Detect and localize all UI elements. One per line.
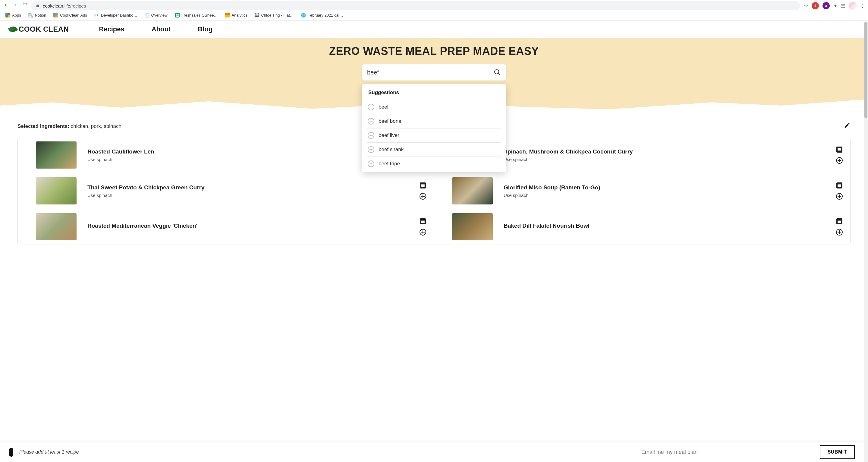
recipe-thumb: [452, 213, 493, 240]
plus-icon: [420, 229, 426, 235]
bookmark-chloe-ting[interactable]: 🖼Chloe Ting - Flat…: [254, 13, 293, 18]
recipe-card: Roasted Mediterranean Veggie 'Chicken': [18, 209, 434, 245]
recipe-details-button[interactable]: [836, 218, 843, 225]
plus-icon: [836, 193, 843, 200]
selected-label: Selected ingredients:: [18, 123, 69, 129]
reading-list-icon[interactable]: ☰: [841, 3, 845, 9]
bookmark-cookclean-ads[interactable]: CookClean Ads: [53, 13, 87, 18]
recipe-subtitle: Use spinach: [504, 157, 825, 162]
kebab-menu-icon[interactable]: ⋮: [860, 3, 865, 9]
extension-badge-1[interactable]: 1: [812, 2, 819, 9]
pencil-icon: [844, 122, 850, 129]
plus-icon: [836, 157, 843, 164]
suggestion-item[interactable]: beef shank: [367, 142, 501, 156]
recipe-details-button[interactable]: [419, 218, 427, 225]
reload-button[interactable]: [22, 2, 28, 9]
recipe-thumb: [36, 213, 76, 240]
recipe-thumb: [452, 177, 493, 204]
url-path: /recipes: [70, 3, 86, 8]
suggestion-text: beef bone: [378, 118, 401, 124]
recipe-title: Baked Dill Falafel Nourish Bowl: [504, 223, 825, 229]
recipe-title: Roasted Cauliflower Len: [87, 148, 408, 155]
recipe-thumb: [36, 141, 76, 169]
bookmark-overview[interactable]: 🧾Overview: [145, 13, 167, 18]
logo-text: COOK CLEAN: [19, 25, 69, 33]
add-icon: [368, 132, 374, 139]
nav-about[interactable]: About: [152, 25, 171, 33]
forward-button[interactable]: [13, 2, 18, 9]
list-icon: [836, 182, 842, 189]
selected-value: chicken, pork, spinach: [71, 123, 121, 129]
recipe-title: Thai Sweet Potato & Chickpea Green Curry: [87, 184, 408, 191]
browser-toolbar: cookclean.life/recipes ☆ 1 a ✦ ☰ ⋮: [0, 0, 868, 11]
address-bar[interactable]: cookclean.life/recipes: [31, 1, 800, 10]
suggestion-text: beef tripe: [378, 161, 400, 167]
nav-blog[interactable]: Blog: [198, 25, 213, 33]
list-icon: [836, 147, 842, 152]
suggestion-item[interactable]: beef: [367, 100, 501, 114]
search-input[interactable]: [367, 69, 494, 76]
suggestions-list[interactable]: beefbeef bonebeef liverbeef shankbeef tr…: [367, 100, 501, 169]
bookmark-feb-cal[interactable]: 🌐February 2021 cal…: [301, 13, 343, 18]
add-recipe-button[interactable]: [836, 157, 843, 164]
page-scrollbar[interactable]: [864, 22, 868, 245]
bookmarks-bar: Apps 🔍Notion CookClean Ads GDeveloper Da…: [0, 11, 868, 21]
add-icon: [368, 161, 374, 167]
recipe-thumb: [36, 177, 76, 204]
suggestion-text: beef: [378, 104, 389, 110]
extensions-icon[interactable]: ✦: [833, 3, 837, 9]
recipe-subtitle: Use spinach: [87, 157, 408, 162]
suggestion-text: beef shank: [378, 147, 404, 152]
extension-badge-2[interactable]: a: [823, 2, 830, 9]
suggestions-title: Suggestions: [362, 90, 506, 100]
add-icon: [368, 118, 374, 124]
recipe-card: Thai Sweet Potato & Chickpea Green Curry…: [18, 173, 434, 209]
add-recipe-button[interactable]: [419, 229, 427, 236]
suggestion-item[interactable]: beef liver: [367, 128, 501, 142]
bookmark-analytics[interactable]: Analytics: [225, 13, 247, 18]
recipe-card: Baked Dill Falafel Nourish Bowl: [434, 209, 850, 245]
bookmark-dev-dashboard[interactable]: GDeveloper Dashbo…: [94, 13, 137, 18]
add-recipe-button[interactable]: [836, 193, 843, 200]
plus-icon: [836, 229, 843, 235]
site-logo[interactable]: COOK CLEAN: [9, 25, 69, 33]
nav-recipes[interactable]: Recipes: [99, 25, 124, 33]
main-nav: Recipes About Blog: [99, 25, 213, 33]
bookmark-apps[interactable]: Apps: [5, 13, 21, 18]
leaf-icon: [8, 25, 18, 34]
edit-ingredients-button[interactable]: [844, 122, 850, 130]
recipe-details-button[interactable]: [836, 146, 843, 153]
recipe-subtitle: Use spinach: [87, 193, 408, 198]
list-icon: [420, 182, 426, 189]
add-recipe-button[interactable]: [836, 229, 843, 236]
suggestion-item[interactable]: beef bone: [367, 114, 501, 128]
recipe-title: Spinach, Mushroom & Chickpea Coconut Cur…: [504, 148, 825, 155]
add-icon: [368, 146, 374, 153]
search-box[interactable]: [362, 64, 506, 81]
list-icon: [420, 218, 426, 224]
add-icon: [368, 104, 374, 110]
suggestion-text: beef liver: [378, 133, 399, 138]
site-header: COOK CLEAN Recipes About Blog: [0, 21, 868, 38]
svg-point-0: [495, 70, 499, 74]
profile-avatar[interactable]: [849, 2, 857, 10]
recipe-title: Roasted Mediterranean Veggie 'Chicken': [87, 223, 408, 229]
list-icon: [836, 218, 842, 224]
search-icon[interactable]: [494, 69, 501, 76]
recipe-card: Glorified Miso Soup (Ramen To-Go)Use spi…: [434, 173, 850, 209]
back-button[interactable]: [3, 2, 8, 9]
url-host: cookclean.life: [43, 3, 70, 8]
hero-title: ZERO WASTE MEAL PREP MADE EASY: [0, 45, 868, 58]
recipe-details-button[interactable]: [836, 182, 843, 189]
bookmark-freshsales[interactable]: ▦Freshsales GShee…: [175, 13, 218, 18]
bookmark-star-icon[interactable]: ☆: [804, 3, 808, 9]
hero-section: ZERO WASTE MEAL PREP MADE EASY Suggestio…: [0, 38, 868, 114]
suggestions-dropdown: Suggestions beefbeef bonebeef liverbeef …: [362, 84, 506, 172]
recipe-details-button[interactable]: [419, 182, 427, 189]
recipe-subtitle: Use spinach: [504, 193, 825, 198]
lock-icon: [36, 4, 40, 8]
plus-icon: [420, 193, 426, 200]
bookmark-notion[interactable]: 🔍Notion: [28, 13, 46, 18]
suggestion-item[interactable]: beef tripe: [367, 156, 501, 169]
add-recipe-button[interactable]: [419, 193, 427, 200]
